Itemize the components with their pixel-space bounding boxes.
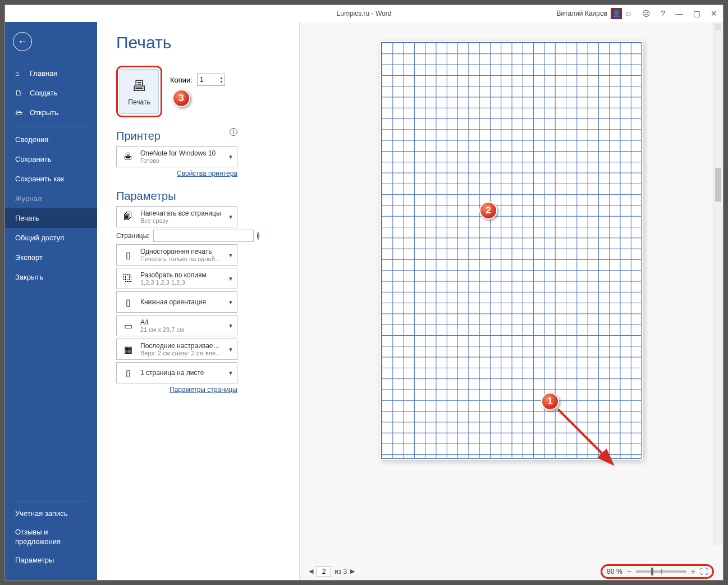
face-frown-icon[interactable]: ☹ bbox=[642, 9, 651, 18]
print-settings-panel: Печать 🖶 Печать Копии: ▲▼ 3 bbox=[97, 22, 299, 580]
close-button[interactable]: ✕ bbox=[711, 9, 717, 18]
home-icon: ⌂ bbox=[15, 69, 24, 77]
margins-dropdown[interactable]: ▦ Последние настраиваемы... Верх: 2 см с… bbox=[116, 339, 237, 360]
zoom-value: 80 % bbox=[607, 568, 622, 575]
nav-label: Закрыть bbox=[15, 273, 43, 281]
chevron-down-icon: ▼ bbox=[228, 214, 233, 220]
callout-1: 1 bbox=[541, 392, 559, 410]
print-button-label: Печать bbox=[128, 98, 150, 106]
nav-label: Сохранить как bbox=[15, 175, 64, 183]
user-info[interactable]: Виталий Каиров 👤 bbox=[556, 8, 622, 19]
chevron-down-icon: ▼ bbox=[228, 252, 233, 258]
scroll-thumb[interactable] bbox=[715, 168, 721, 202]
page-total: из 3 bbox=[335, 568, 347, 575]
nav-label: Открыть bbox=[30, 108, 58, 117]
callout-3: 3 bbox=[172, 89, 190, 107]
nav-print[interactable]: Печать bbox=[5, 208, 97, 228]
nav-export[interactable]: Экспорт bbox=[5, 248, 97, 267]
fit-page-button[interactable]: ⛶ bbox=[700, 567, 708, 576]
highlight-zoom: 80 % − + ⛶ bbox=[601, 564, 714, 579]
params-section-title: Параметры bbox=[116, 190, 299, 203]
orientation-dropdown[interactable]: ▯ Книжная ориентация ▼ bbox=[116, 291, 237, 313]
copies-spinner[interactable]: ▲▼ bbox=[219, 76, 223, 84]
copies-label: Копии: bbox=[170, 76, 193, 84]
nav-label: Сохранить bbox=[15, 155, 52, 163]
nav-label: Создать bbox=[30, 89, 57, 97]
nav-close[interactable]: Закрыть bbox=[5, 267, 97, 287]
info-icon[interactable]: i bbox=[257, 232, 260, 240]
info-icon[interactable]: i bbox=[230, 128, 237, 136]
printer-dropdown[interactable]: 🖶 OneNote for Windows 10 Готово ▼ bbox=[116, 146, 237, 167]
grid-content bbox=[381, 42, 642, 459]
nav-label: Учетная запись bbox=[15, 509, 68, 519]
face-smile-icon[interactable]: ☺ bbox=[624, 9, 632, 18]
minimize-button[interactable]: — bbox=[675, 9, 683, 18]
collate-dropdown[interactable]: ⿻ Разобрать по копиям 1,2,3 1,2,3 1,2,3 … bbox=[116, 268, 237, 289]
pages-per-sheet-dropdown[interactable]: ▯ 1 страница на листе ▼ bbox=[116, 362, 237, 383]
page-preview bbox=[380, 41, 643, 460]
nav-label: Экспорт bbox=[15, 253, 43, 262]
pages-icon: 🗐 bbox=[120, 209, 136, 225]
sides-dropdown[interactable]: ▯ Односторонняя печать Печатать только н… bbox=[116, 244, 237, 266]
nav-info[interactable]: Сведения bbox=[5, 130, 97, 149]
slider-thumb[interactable] bbox=[651, 568, 653, 575]
nav-label: Сведения bbox=[15, 135, 48, 144]
page-icon: ▭ bbox=[120, 318, 136, 333]
page-navigator: ◀ из 3 ▶ bbox=[309, 566, 355, 577]
nav-new[interactable]: 🗋 Создать bbox=[5, 83, 97, 103]
print-button[interactable]: 🖶 Печать bbox=[120, 69, 159, 114]
separator bbox=[15, 501, 87, 501]
paper-size-dropdown[interactable]: ▭ A4 21 см x 29,7 см ▼ bbox=[116, 315, 237, 336]
pages-label: Страницы: bbox=[116, 232, 150, 240]
zoom-in-button[interactable]: + bbox=[691, 567, 695, 576]
chevron-down-icon: ▼ bbox=[228, 276, 233, 282]
nav-history: Журнал bbox=[5, 189, 97, 208]
nav-feedback[interactable]: Отзывы и предложения bbox=[5, 523, 97, 551]
printer-icon: 🖶 bbox=[132, 77, 146, 95]
nav-share[interactable]: Общий доступ bbox=[5, 228, 97, 248]
printer-name: OneNote for Windows 10 bbox=[140, 149, 223, 157]
printer-status: Готово bbox=[140, 157, 223, 164]
page-number-input[interactable] bbox=[317, 566, 331, 577]
nav-account[interactable]: Учетная запись bbox=[5, 505, 97, 523]
pages-input[interactable] bbox=[153, 230, 254, 242]
next-page-button[interactable]: ▶ bbox=[350, 568, 355, 575]
nav-options[interactable]: Параметры bbox=[5, 551, 97, 570]
printer-properties-link[interactable]: Свойства принтера bbox=[116, 170, 237, 177]
chevron-down-icon: ▼ bbox=[228, 323, 233, 329]
collate-icon: ⿻ bbox=[120, 271, 136, 286]
prev-page-button[interactable]: ◀ bbox=[309, 568, 313, 575]
nav-home[interactable]: ⌂ Главная bbox=[5, 63, 97, 83]
print-preview: 2 1 ◀ из 3 ▶ 80 % bbox=[299, 22, 723, 580]
zoom-out-button[interactable]: − bbox=[627, 567, 631, 576]
title-bar: Lumpics.ru - Word Виталий Каиров 👤 ☺ ☹ ?… bbox=[5, 5, 723, 22]
help-icon[interactable]: ? bbox=[661, 9, 665, 18]
document-icon: 🗋 bbox=[15, 89, 24, 97]
sheet-icon: ▯ bbox=[120, 365, 136, 381]
maximize-button[interactable]: ▢ bbox=[693, 9, 700, 18]
page-title: Печать bbox=[116, 33, 299, 52]
portrait-icon: ▯ bbox=[120, 294, 136, 310]
chevron-down-icon: ▼ bbox=[228, 154, 233, 160]
nav-label: Параметры bbox=[15, 556, 54, 565]
highlight-print-button: 🖶 Печать bbox=[116, 66, 162, 117]
zoom-slider[interactable] bbox=[636, 570, 686, 573]
user-name: Виталий Каиров bbox=[556, 10, 607, 17]
nav-open[interactable]: 🗁 Открыть bbox=[5, 103, 97, 122]
vertical-scrollbar[interactable] bbox=[713, 22, 723, 545]
printer-ready-icon: 🖶 bbox=[120, 149, 136, 164]
folder-open-icon: 🗁 bbox=[15, 108, 24, 117]
user-avatar: 👤 bbox=[611, 8, 622, 19]
nav-save-as[interactable]: Сохранить как bbox=[5, 169, 97, 189]
nav-label: Общий доступ bbox=[15, 234, 64, 242]
back-button[interactable]: ← bbox=[13, 32, 32, 51]
margins-icon: ▦ bbox=[120, 341, 136, 357]
chevron-down-icon: ▼ bbox=[228, 299, 233, 305]
document-title: Lumpics.ru - Word bbox=[337, 10, 392, 17]
nav-save[interactable]: Сохранить bbox=[5, 149, 97, 169]
page-setup-link[interactable]: Параметры страницы bbox=[116, 386, 237, 394]
chevron-down-icon: ▼ bbox=[228, 346, 233, 353]
separator bbox=[15, 126, 87, 126]
print-range-dropdown[interactable]: 🗐 Напечатать все страницы Все сразу ▼ bbox=[116, 206, 237, 227]
nav-label: Главная bbox=[30, 69, 57, 77]
